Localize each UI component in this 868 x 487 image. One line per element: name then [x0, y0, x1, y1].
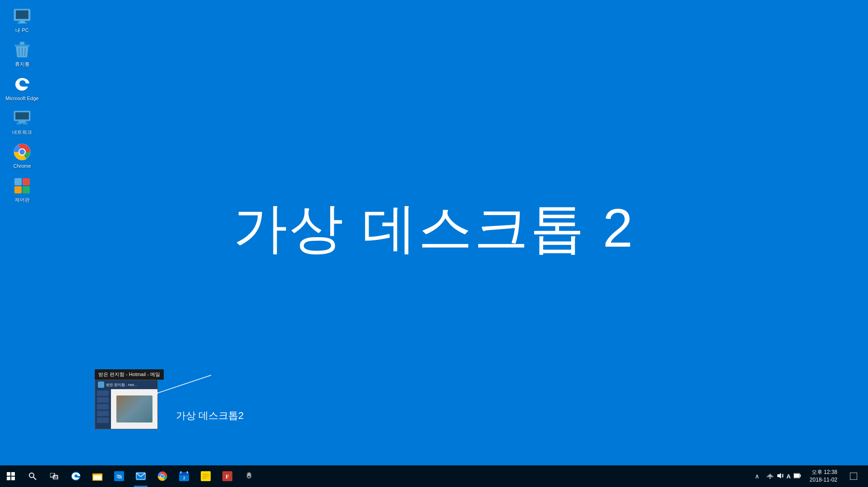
chrome-icon	[13, 143, 31, 161]
tray-clock[interactable]: 오후 12:38 2018-11-02	[804, 465, 843, 487]
taskbar-app-mail[interactable]	[130, 465, 152, 487]
desktop-icon-recycle[interactable]: 휴지통	[2, 38, 42, 70]
tray-icon-area[interactable]: ∧	[751, 465, 763, 487]
tray-date: 2018-11-02	[810, 476, 837, 484]
svg-point-29	[29, 473, 34, 478]
taskbar-search-button[interactable]	[22, 465, 43, 487]
svg-rect-46	[187, 471, 188, 473]
svg-rect-1	[16, 10, 28, 19]
svg-text:2: 2	[183, 476, 185, 480]
thumbnail-body	[95, 389, 157, 429]
svg-rect-13	[15, 112, 29, 119]
svg-rect-26	[11, 472, 15, 476]
tray-network-icon	[766, 473, 774, 480]
thumbnail-sidebar-item-3	[97, 404, 109, 409]
tray-ime-icon: A	[786, 473, 790, 480]
my-pc-icon	[13, 7, 31, 25]
thumbnail-sidebar-item-1	[97, 391, 109, 396]
svg-text:🛍: 🛍	[116, 473, 122, 480]
tooltip-arrow-svg	[157, 368, 247, 395]
desktop-icon-my-pc[interactable]: 내 PC	[2, 5, 42, 36]
desktop-icon-control-panel-label: 제어판	[15, 197, 30, 203]
desktop-icon-network[interactable]: 네트워크	[2, 106, 42, 138]
thumbnail-sidebar-item-5	[97, 418, 109, 423]
svg-rect-45	[180, 471, 181, 473]
desktop-icon-chrome[interactable]: Chrome	[2, 140, 42, 172]
svg-rect-2	[19, 21, 25, 23]
taskbar-app-settings[interactable]	[238, 465, 260, 487]
desktop-icon-recycle-label: 휴지통	[15, 61, 30, 67]
desktop: 내 PC 휴지통 Micro	[0, 0, 868, 465]
tooltip-window-title: 받은 편지함 - Hotmail - 메일	[95, 369, 164, 380]
svg-rect-3	[18, 23, 27, 23]
svg-line-23	[157, 375, 211, 393]
svg-line-8	[25, 48, 25, 56]
svg-rect-27	[7, 477, 10, 480]
taskbar-app-calendar[interactable]: 2	[173, 465, 195, 487]
svg-rect-4	[14, 45, 30, 46]
svg-rect-38	[136, 472, 146, 480]
desktop-icon-edge[interactable]: Microsoft Edge	[2, 73, 42, 104]
svg-point-42	[161, 475, 164, 478]
system-tray: ∧ A	[751, 465, 868, 487]
taskbar-app-explorer[interactable]	[87, 465, 108, 487]
taskbar-app-store[interactable]: 🛍	[108, 465, 130, 487]
network-icon	[13, 109, 31, 127]
taskbar: 🛍	[0, 465, 868, 487]
desktop-icon-network-label: 네트워크	[12, 129, 32, 135]
svg-point-18	[19, 149, 25, 155]
svg-rect-35	[93, 475, 102, 480]
svg-rect-19	[14, 178, 22, 185]
desktop-icon-my-pc-label: 내 PC	[15, 27, 28, 33]
svg-rect-5	[20, 42, 24, 45]
control-panel-icon	[13, 177, 31, 195]
thumbnail-header-text: 받은 편지함 - Hot...	[106, 382, 155, 387]
taskbar-app-sticky-notes[interactable]	[195, 465, 217, 487]
microsoft-edge-icon	[13, 75, 31, 93]
svg-point-14	[22, 124, 23, 125]
tray-battery-icon	[794, 473, 801, 480]
thumbnail-app-icon	[98, 381, 104, 388]
taskbar-app-edge[interactable]	[65, 465, 87, 487]
desktop-icon-edge-label: Microsoft Edge	[5, 95, 38, 101]
tray-volume-icon	[776, 473, 784, 480]
thumbnail-sidebar	[95, 389, 111, 429]
tray-expand-icon: ∧	[755, 473, 759, 480]
start-button[interactable]	[0, 465, 22, 487]
desktop-icon-column: 내 PC 휴지통 Micro	[0, 0, 44, 211]
taskbar-app-chrome[interactable]	[152, 465, 173, 487]
svg-rect-58	[794, 474, 799, 478]
svg-line-30	[33, 477, 36, 480]
svg-rect-22	[23, 186, 30, 193]
thumbnail-header: 받은 편지함 - Hot...	[95, 380, 157, 389]
svg-text:F: F	[226, 473, 229, 480]
taskbar-thumbnail-popup: 받은 편지함 - Hotmail - 메일 받은 편지함 - Hot...	[95, 369, 164, 429]
virtual-desktop-label: 가상 데스크톱2	[176, 409, 244, 423]
thumbnail-main	[111, 389, 157, 429]
svg-point-55	[770, 477, 771, 478]
virtual-desktop-title: 가상 데스크톱 2	[233, 192, 634, 266]
svg-rect-28	[11, 477, 15, 480]
svg-rect-59	[850, 473, 857, 480]
tray-system-icons[interactable]: A	[763, 465, 804, 487]
desktop-icon-control-panel[interactable]: 제어판	[2, 174, 42, 206]
taskbar-task-view-button[interactable]	[43, 465, 65, 487]
svg-rect-21	[14, 186, 22, 193]
action-center-button[interactable]	[843, 465, 864, 487]
svg-rect-57	[800, 474, 801, 477]
taskbar-app-filezilla[interactable]: F	[217, 465, 238, 487]
thumbnail-sidebar-item-2	[97, 397, 109, 403]
taskbar-apps: 🛍	[65, 465, 260, 487]
svg-line-6	[19, 48, 19, 56]
thumbnail-image	[116, 395, 152, 423]
thumbnail-sidebar-item-4	[97, 411, 109, 416]
recycle-bin-icon	[13, 41, 31, 59]
svg-rect-20	[23, 178, 30, 185]
svg-rect-32	[53, 475, 58, 479]
tooltip-thumbnail[interactable]: 받은 편지함 - Hot...	[95, 380, 158, 429]
tray-time: 오후 12:38	[812, 469, 837, 476]
svg-rect-25	[7, 472, 10, 476]
desktop-icon-chrome-label: Chrome	[13, 163, 31, 169]
